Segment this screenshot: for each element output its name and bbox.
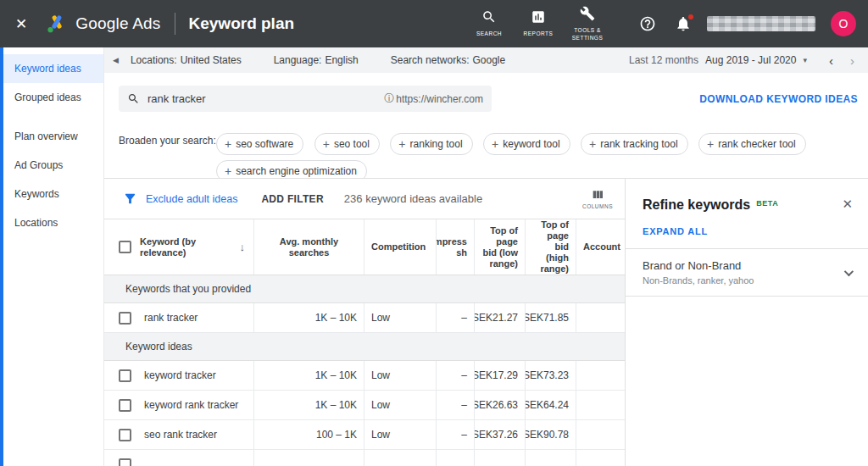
table-row[interactable]: keyword rank tracker 1K – 10K Low – SEK2…: [104, 391, 625, 420]
sidebar-item-locations[interactable]: Locations: [0, 208, 103, 237]
help-icon[interactable]: [639, 15, 656, 32]
keyword-ideas-count: 236 keyword ideas available: [344, 192, 482, 205]
account-cell: [576, 303, 625, 332]
chip-label: seo tool: [334, 138, 370, 150]
table-header-row: Keyword (by relevance) ↓ Avg. monthly se…: [104, 219, 625, 275]
chip-seo-software[interactable]: +seo software: [216, 133, 303, 155]
previous-period-icon[interactable]: ‹: [829, 53, 833, 68]
header-top-of-page-bid-low[interactable]: Top of page bid (low range): [475, 219, 526, 275]
bid-high-cell: [526, 450, 576, 466]
competition-cell: Low: [364, 361, 437, 390]
search-icon: [481, 9, 497, 28]
keyword-search-row: rank tracker ⓘ https://wincher.com DOWNL…: [104, 73, 868, 125]
header-impression-share[interactable]: impress sh: [437, 219, 475, 275]
language-label: Language:: [274, 54, 322, 66]
google-ads-logo-icon[interactable]: [46, 13, 68, 35]
add-filter-button[interactable]: ADD FILTER: [261, 193, 323, 205]
header-competition[interactable]: Competition: [364, 219, 437, 275]
refine-group-brand[interactable]: Brand or Non-Brand Non-Brands, ranker, y…: [626, 248, 868, 297]
keyword-cell: seo rank tracker: [104, 420, 254, 449]
account-cell: [576, 450, 625, 466]
keyword-text: keyword rank tracker: [144, 400, 238, 411]
filter-funnel-icon[interactable]: [123, 191, 137, 206]
search-networks-setting[interactable]: Search networks: Google: [391, 54, 505, 66]
impression-share-cell: –: [437, 303, 475, 332]
sidebar: Keyword ideas Grouped ideas Plan overvie…: [0, 47, 104, 466]
plus-icon: +: [323, 138, 330, 150]
plus-icon: +: [225, 138, 231, 150]
site-filter[interactable]: ⓘ https://wincher.com: [384, 92, 483, 106]
reports-nav-button[interactable]: REPORTS: [514, 9, 563, 38]
broaden-search-label: Broaden your search:: [104, 125, 216, 178]
chip-label: keyword tool: [503, 138, 559, 150]
table-row[interactable]: seo rank tracker 100 – 1K Low – SEK37.26…: [104, 420, 625, 450]
sort-descending-icon[interactable]: ↓: [240, 241, 246, 252]
table-row[interactable]: rank tracker 1K – 10K Low – SEK21.27 SEK…: [104, 303, 625, 333]
header-top-of-page-bid-high[interactable]: Top of page bid (high range): [526, 219, 576, 275]
sidebar-item-plan-overview[interactable]: Plan overview: [0, 122, 103, 151]
search-networks-value: Google: [472, 54, 505, 66]
search-nav-button[interactable]: SEARCH: [465, 9, 514, 38]
avg-searches-cell: 1K – 10K: [254, 361, 364, 390]
chip-rank-checker-tool[interactable]: +rank checker tool: [698, 133, 806, 155]
suggestion-chips: +seo software +seo tool +ranking tool +k…: [216, 125, 868, 178]
avg-searches-cell: [254, 450, 364, 466]
table-row[interactable]: keyword tracker 1K – 10K Low – SEK17.29 …: [104, 361, 625, 391]
row-checkbox[interactable]: [119, 458, 131, 466]
close-icon[interactable]: ✕: [842, 197, 853, 210]
keyword-search-input[interactable]: rank tracker ⓘ https://wincher.com: [119, 86, 492, 112]
header-impression-line1: impress: [437, 236, 467, 247]
keyword-ideas-table: Exclude adult ideas ADD FILTER 236 keywo…: [104, 178, 625, 466]
chip-label: seo software: [236, 138, 293, 150]
sidebar-item-keywords[interactable]: Keywords: [0, 180, 103, 208]
sidebar-item-ad-groups[interactable]: Ad Groups: [0, 151, 103, 180]
sidebar-item-grouped-ideas[interactable]: Grouped ideas: [0, 83, 103, 112]
row-checkbox[interactable]: [119, 429, 131, 441]
row-checkbox[interactable]: [119, 312, 131, 325]
bid-low-cell: SEK37.26: [475, 420, 526, 449]
select-all-checkbox[interactable]: [119, 241, 131, 253]
tools-settings-nav-button[interactable]: TOOLS & SETTINGS: [563, 6, 612, 42]
chip-rank-tracking-tool[interactable]: +rank tracking tool: [581, 133, 688, 155]
expand-all-button[interactable]: EXPAND ALL: [626, 213, 868, 248]
section-keyword-ideas: Keyword ideas: [104, 333, 625, 361]
bid-high-cell: SEK71.85: [526, 303, 576, 332]
collapse-panel-icon[interactable]: ◀: [113, 56, 119, 64]
impression-share-cell: –: [437, 420, 475, 449]
bid-high-cell: SEK64.24: [526, 391, 576, 419]
header-avg-monthly-searches[interactable]: Avg. monthly searches: [254, 219, 364, 275]
header-account[interactable]: Account: [576, 219, 625, 275]
locations-setting[interactable]: Locations: United States: [131, 54, 242, 66]
chevron-down-icon[interactable]: ▾: [803, 56, 807, 64]
competition-cell: Low: [364, 420, 437, 449]
avatar[interactable]: O: [831, 11, 856, 36]
wrench-icon: [580, 6, 595, 25]
columns-button[interactable]: COLUMNS: [582, 188, 613, 209]
competition-cell: [364, 450, 437, 466]
bid-low-cell: SEK21.27: [475, 303, 526, 332]
exclude-adult-ideas-filter[interactable]: Exclude adult ideas: [146, 193, 237, 205]
header-keyword[interactable]: Keyword (by relevance) ↓: [104, 219, 254, 275]
site-url: https://wincher.com: [396, 93, 483, 105]
date-range-value[interactable]: Aug 2019 - Jul 2020: [705, 54, 796, 66]
language-setting[interactable]: Language: English: [274, 54, 359, 66]
refine-group-title: Brand or Non-Brand: [643, 259, 754, 272]
competition-cell: Low: [364, 303, 437, 332]
row-checkbox[interactable]: [119, 369, 131, 382]
row-checkbox[interactable]: [119, 399, 131, 412]
impression-share-cell: –: [437, 361, 475, 390]
close-icon[interactable]: ✕: [15, 17, 27, 31]
next-period-icon[interactable]: ›: [850, 53, 854, 68]
table-row-partial[interactable]: [104, 450, 625, 466]
download-keyword-ideas-button[interactable]: DOWNLOAD KEYWORD IDEAS: [699, 93, 858, 105]
plus-icon: +: [398, 138, 405, 150]
chip-ranking-tool[interactable]: +ranking tool: [390, 133, 472, 155]
top-app-bar: ✕ Google Ads Keyword plan SEARCH RE: [0, 0, 868, 47]
avg-searches-cell: 1K – 10K: [254, 303, 364, 332]
chevron-down-icon[interactable]: [844, 266, 854, 275]
chip-keyword-tool[interactable]: +keyword tool: [483, 133, 570, 155]
notifications-bell-icon[interactable]: [675, 15, 692, 32]
date-range-label: Last 12 months: [629, 54, 698, 66]
chip-seo-tool[interactable]: +seo tool: [314, 133, 380, 155]
sidebar-item-keyword-ideas[interactable]: Keyword ideas: [0, 54, 103, 83]
